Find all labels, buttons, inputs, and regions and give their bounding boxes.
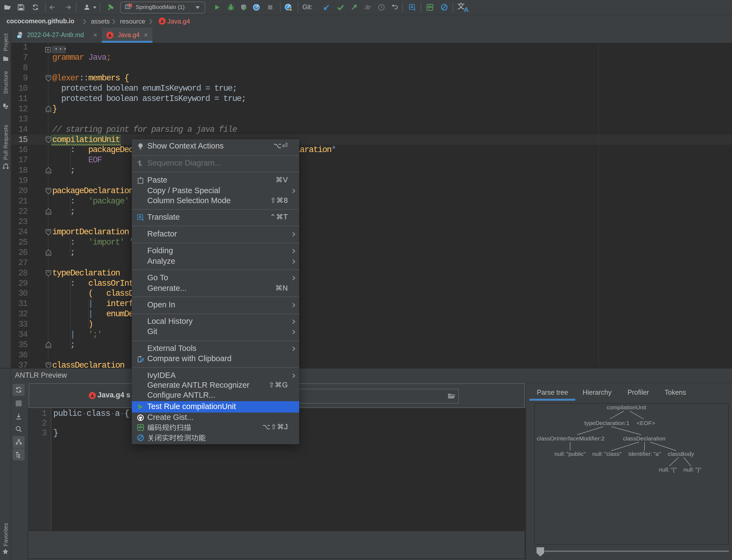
svg-text:MD: MD: [17, 35, 22, 38]
svg-text:z: z: [290, 9, 291, 11]
